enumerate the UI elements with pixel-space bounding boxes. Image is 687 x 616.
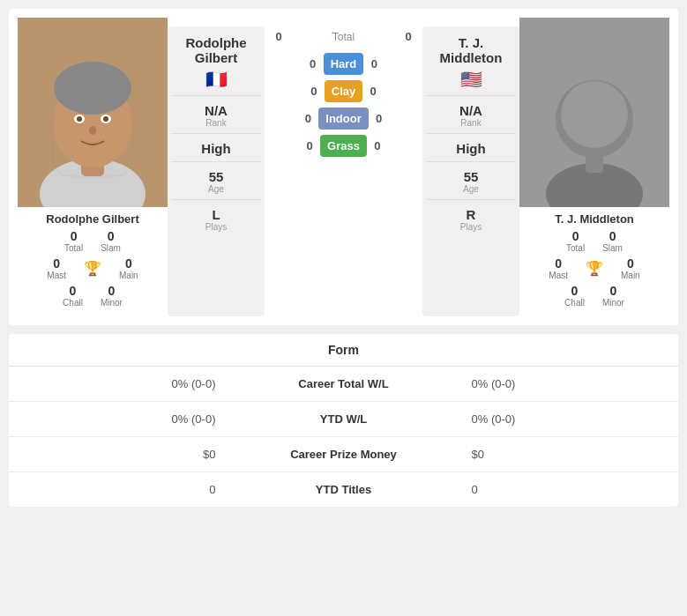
left-high-block: High [171,136,261,162]
indoor-right-score: 0 [369,112,390,125]
form-left-2: $0 [9,437,229,472]
left-high-value: High [171,141,261,156]
right-flag: 🇺🇸 [426,69,516,90]
form-right-0: 0% (0-0) [458,367,678,402]
form-left-1: 0% (0-0) [9,402,229,437]
players-section: Rodolphe Gilbert 0 Total 0 Slam 0 Mast [9,9,678,325]
form-right-3: 0 [458,472,678,508]
left-mast-value: 0 [53,256,60,271]
right-high-value: High [426,141,516,156]
hard-court-row: 0 Hard 0 [302,53,385,75]
left-plays-block: L Plays [171,202,261,237]
svg-point-9 [103,116,108,122]
left-plays-value: L [171,207,261,222]
right-mast-label: Mast [549,271,568,280]
right-trophy-icon: 🏆 [586,260,603,277]
indoor-court-row: 0 Indoor 0 [297,108,389,130]
right-info-panel: T. J. Middleton 🇺🇸 N/A Rank High 55 Age … [422,26,519,316]
total-row: 0 Total 0 [268,26,419,47]
right-name-block: T. J. Middleton 🇺🇸 [426,30,516,96]
left-total-stat: 0 Total [64,229,83,253]
right-player-photo [519,18,669,207]
right-player-section: T. J. Middleton 0 Total 0 Slam 0 Mast [519,18,669,316]
left-name-block: Rodolphe Gilbert 🇫🇷 [171,30,261,96]
right-main-label: Main [621,271,640,280]
form-row: 0% (0-0) YTD W/L 0% (0-0) [9,402,678,437]
right-mast-value: 0 [555,256,562,271]
left-total-label: Total [64,243,83,253]
svg-point-16 [561,81,628,148]
right-player-stats-row2: 0 Mast 🏆 0 Main [523,256,666,280]
right-rank-block: N/A Rank [426,98,516,134]
left-player-stats-row2: 0 Mast 🏆 0 Main [21,256,164,280]
right-chall-label: Chall [564,298,585,308]
right-player-stats-row3: 0 Chall 0 Minor [523,284,666,308]
right-rank-label: Rank [426,118,516,128]
left-total-value: 0 [71,229,78,243]
right-name-line1: T. J. [426,35,516,50]
left-player-stats-row1: 0 Total 0 Slam [21,229,164,253]
left-mast-label: Mast [47,271,66,280]
right-plays-label: Plays [426,222,516,232]
left-name-line1: Rodolphe [171,35,261,50]
right-player-stats-row1: 0 Total 0 Slam [523,229,666,253]
indoor-left-score: 0 [297,112,318,125]
right-slam-value: 0 [609,229,616,243]
left-slam-value: 0 [108,229,115,243]
grass-left-score: 0 [299,139,320,152]
form-table: 0% (0-0) Career Total W/L 0% (0-0) 0% (0… [9,367,678,507]
svg-point-7 [77,116,82,122]
form-right-2: $0 [458,437,678,472]
form-row: $0 Career Prize Money $0 [9,437,678,472]
left-rank-value: N/A [171,103,261,118]
left-main-stat: 0 Main [119,256,138,280]
right-slam-label: Slam [602,243,623,253]
right-total-label: Total [566,243,585,253]
form-label-1: YTD W/L [229,402,457,437]
clay-court-row: 0 Clay 0 [303,80,384,102]
main-container: Rodolphe Gilbert 0 Total 0 Slam 0 Mast [0,0,687,516]
right-total-score: 0 [398,30,419,43]
form-header: Form [9,334,678,367]
svg-point-10 [89,126,96,135]
gilbert-photo-svg [18,18,168,207]
left-minor-label: Minor [101,298,123,308]
left-player-bottom: Rodolphe Gilbert 0 Total 0 Slam 0 Mast [18,207,168,316]
left-player-stats-row3: 0 Chall 0 Minor [21,284,164,308]
right-slam-stat: 0 Slam [602,229,623,253]
form-right-1: 0% (0-0) [458,402,678,437]
left-mast-stat: 0 Mast [47,256,66,280]
left-slam-stat: 0 Slam [101,229,121,253]
right-age-value: 55 [426,169,516,184]
right-total-stat: 0 Total [566,229,585,253]
form-label-2: Career Prize Money [229,437,457,472]
left-total-score: 0 [268,30,289,43]
right-minor-value: 0 [610,284,617,298]
left-age-value: 55 [171,169,261,184]
left-info-panel: Rodolphe Gilbert 🇫🇷 N/A Rank High 55 Age… [168,26,265,316]
right-rank-value: N/A [426,103,516,118]
hard-court-button[interactable]: Hard [324,53,364,75]
right-plays-value: R [426,207,516,222]
middleton-photo-svg [519,18,669,207]
right-player-name: T. J. Middleton [523,212,666,226]
right-chall-value: 0 [571,284,579,298]
right-main-value: 0 [627,256,634,271]
left-slam-label: Slam [101,243,121,253]
left-main-value: 0 [125,256,132,271]
left-main-label: Main [119,271,138,280]
right-total-value: 0 [572,229,579,243]
grass-court-row: 0 Grass 0 [299,135,388,157]
form-section: Form 0% (0-0) Career Total W/L 0% (0-0) … [9,334,678,507]
right-plays-block: R Plays [426,202,516,237]
indoor-court-button[interactable]: Indoor [318,108,368,130]
form-row: 0 YTD Titles 0 [9,472,678,508]
left-age-block: 55 Age [171,164,261,200]
grass-court-button[interactable]: Grass [320,135,367,157]
total-label: Total [289,31,398,43]
form-label-0: Career Total W/L [229,367,457,402]
clay-court-button[interactable]: Clay [325,80,362,102]
left-name-line2: Gilbert [171,50,261,65]
right-player-bottom: T. J. Middleton 0 Total 0 Slam 0 Mast [519,207,669,316]
left-chall-stat: 0 Chall [63,284,83,308]
